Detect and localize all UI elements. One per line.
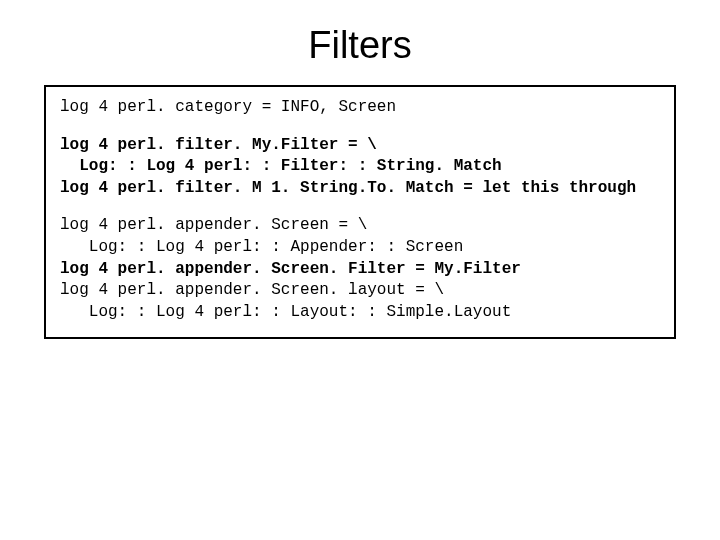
code-line: Log: : Log 4 perl: : Layout: : Simple.La… [60,302,660,324]
code-line: log 4 perl. appender. Screen. layout = \ [60,280,660,302]
code-line: Log: : Log 4 perl: : Appender: : Screen [60,237,660,259]
code-box: log 4 perl. category = INFO, Screen log … [44,85,676,339]
code-line: log 4 perl. appender. Screen. Filter = M… [60,259,660,281]
code-line: log 4 perl. filter. M 1. String.To. Matc… [60,178,660,200]
slide: Filters log 4 perl. category = INFO, Scr… [0,0,720,540]
slide-title: Filters [0,0,720,85]
code-line: log 4 perl. appender. Screen = \ [60,215,660,237]
code-line: Log: : Log 4 perl: : Filter: : String. M… [60,156,660,178]
blank-line [60,199,660,215]
blank-line [60,119,660,135]
code-line: log 4 perl. category = INFO, Screen [60,97,660,119]
code-line: log 4 perl. filter. My.Filter = \ [60,135,660,157]
